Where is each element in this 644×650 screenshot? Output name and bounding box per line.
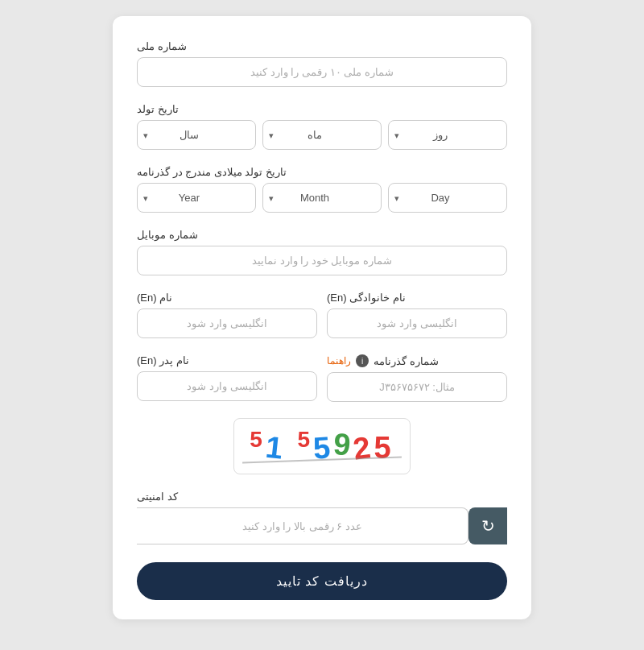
persian-year-select[interactable]: سال: [137, 120, 256, 150]
birth-date-persian-label: تاریخ تولد: [137, 103, 507, 115]
persian-year-wrap: سال ▾: [137, 120, 256, 150]
passport-year-wrap: Year ▾: [137, 183, 256, 213]
birth-date-persian-group: تاریخ تولد روز ▾ ماه ▾ سال ▾: [137, 103, 507, 150]
passport-number-input[interactable]: [327, 372, 507, 402]
first-name-en-input[interactable]: [137, 308, 317, 338]
last-name-en-group: نام خانوادگی (En): [327, 292, 507, 338]
first-name-en-group: نام (En): [137, 292, 317, 338]
national-id-label: شماره ملی: [137, 40, 507, 52]
mobile-group: شماره موبایل: [137, 229, 507, 275]
persian-month-select[interactable]: ماه: [262, 120, 382, 150]
refresh-icon: ↻: [481, 516, 495, 536]
birth-date-passport-row: Day ▾ Month ▾ Year ▾: [137, 183, 507, 213]
mobile-label: شماره موبایل: [137, 229, 507, 241]
registration-form: شماره ملی تاریخ تولد روز ▾ ماه ▾ سال: [113, 16, 531, 619]
passport-helper-link[interactable]: راهنما: [327, 355, 351, 366]
captcha-image: 52955 15: [233, 418, 411, 474]
name-row: نام خانوادگی (En) نام (En): [137, 292, 507, 354]
mobile-input[interactable]: [137, 246, 507, 275]
captcha-container: 52955 15: [137, 418, 507, 474]
national-id-input[interactable]: [137, 57, 507, 87]
passport-day-wrap: Day ▾: [388, 183, 507, 213]
birth-date-persian-row: روز ▾ ماه ▾ سال ▾: [137, 120, 507, 150]
father-name-en-label: نام پدر (En): [137, 354, 317, 366]
passport-number-group: شماره گذرنامه i راهنما: [327, 354, 507, 402]
birth-date-passport-label: تاریخ تولد میلادی مندرج در گذرنامه: [137, 166, 507, 178]
first-name-en-label: نام (En): [137, 292, 317, 304]
persian-day-wrap: روز ▾: [388, 120, 507, 150]
submit-button[interactable]: دریافت کد تایید: [137, 562, 507, 600]
persian-month-wrap: ماه ▾: [262, 120, 382, 150]
father-name-en-input[interactable]: [137, 371, 317, 401]
passport-year-select[interactable]: Year: [137, 183, 256, 213]
refresh-captcha-button[interactable]: ↻: [469, 507, 507, 544]
passport-row: شماره گذرنامه i راهنما نام پدر (En): [137, 354, 507, 418]
passport-info-icon[interactable]: i: [356, 354, 369, 367]
passport-label-row: شماره گذرنامه i راهنما: [327, 354, 507, 367]
security-code-input[interactable]: [137, 507, 469, 544]
passport-day-select[interactable]: Day: [388, 183, 507, 213]
passport-number-label: شماره گذرنامه: [374, 355, 439, 367]
passport-month-wrap: Month ▾: [262, 183, 382, 213]
security-code-group: کد امنیتی ↻: [137, 491, 507, 544]
national-id-group: شماره ملی: [137, 40, 507, 87]
security-row: ↻: [137, 507, 507, 544]
last-name-en-label: نام خانوادگی (En): [327, 292, 507, 304]
last-name-en-input[interactable]: [327, 308, 507, 338]
persian-day-select[interactable]: روز: [388, 120, 507, 150]
passport-month-select[interactable]: Month: [262, 183, 382, 213]
father-name-en-group: نام پدر (En): [137, 354, 317, 402]
security-code-label: کد امنیتی: [137, 491, 507, 503]
birth-date-passport-group: تاریخ تولد میلادی مندرج در گذرنامه Day ▾…: [137, 166, 507, 213]
